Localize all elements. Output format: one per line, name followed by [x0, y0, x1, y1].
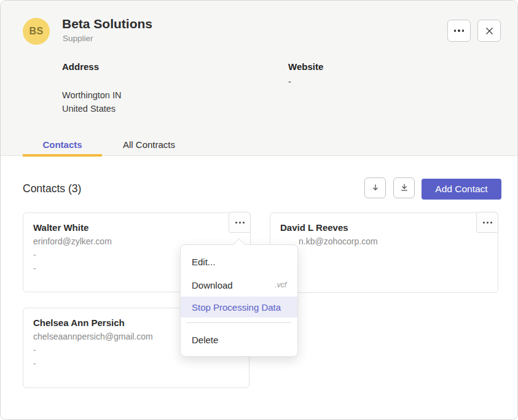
- address-line: Worthington IN: [62, 88, 121, 102]
- contact-more-button[interactable]: [229, 212, 251, 233]
- export-download-button[interactable]: [393, 177, 415, 198]
- tab-contacts[interactable]: Contacts: [23, 133, 102, 156]
- contact-card: David L Reeves n.kb@zohocorp.com: [270, 212, 498, 293]
- menu-item-delete[interactable]: Delete: [181, 328, 297, 351]
- sort-download-button[interactable]: [364, 177, 386, 198]
- tab-contacts-label: Contacts: [42, 139, 82, 150]
- header-more-options-button[interactable]: [447, 20, 471, 42]
- more-horizontal-icon: [235, 222, 245, 224]
- menu-item-stop-processing-data[interactable]: Stop Processing Data: [181, 297, 297, 317]
- menu-item-download[interactable]: Download .vcf: [181, 273, 297, 297]
- close-button[interactable]: [477, 20, 501, 42]
- menu-item-edit[interactable]: Edit...: [181, 250, 297, 273]
- address-field: Address Worthington IN United States: [62, 61, 121, 115]
- website-value: -: [288, 75, 323, 88]
- contact-more-button[interactable]: [476, 212, 498, 233]
- website-label: Website: [288, 61, 323, 72]
- page-title: Beta Solutions: [62, 17, 152, 31]
- menu-item-download-label: Download: [192, 280, 233, 290]
- address-line: United States: [62, 102, 121, 115]
- more-horizontal-icon: [454, 29, 465, 32]
- website-field: Website -: [288, 61, 323, 88]
- avatar: BS: [23, 18, 50, 45]
- supplier-detail-panel: BS Beta Solutions Supplier Address Worth…: [0, 0, 518, 420]
- arrow-down-icon: [371, 183, 380, 193]
- close-icon: [485, 26, 494, 36]
- record-type-label: Supplier: [63, 34, 93, 43]
- tab-all-contracts[interactable]: All Contracts: [120, 133, 178, 156]
- contact-context-menu: Edit... Download .vcf Stop Processing Da…: [180, 244, 298, 357]
- contact-name: Walter White: [33, 222, 240, 233]
- menu-divider: [187, 322, 291, 323]
- more-horizontal-icon: [483, 222, 492, 224]
- panel-header: BS Beta Solutions Supplier Address Worth…: [1, 1, 517, 156]
- address-line: [62, 75, 121, 88]
- contact-name: David L Reeves: [280, 222, 488, 233]
- download-tray-icon: [399, 183, 409, 193]
- contact-extra: -: [33, 357, 239, 370]
- add-contact-button[interactable]: Add Contact: [422, 179, 501, 200]
- contacts-section-heading: Contacts (3): [23, 182, 81, 195]
- tab-all-contracts-label: All Contracts: [123, 139, 175, 150]
- address-label: Address: [62, 61, 121, 72]
- contact-email: n.kb@zohocorp.com: [280, 235, 488, 248]
- menu-item-download-filetype: .vcf: [275, 281, 286, 289]
